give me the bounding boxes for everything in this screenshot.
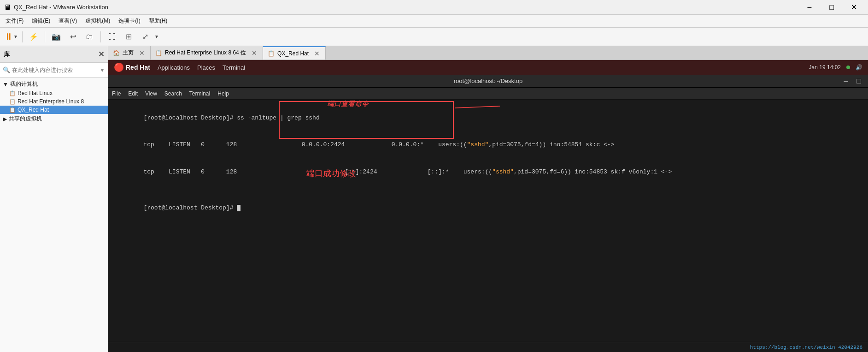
snapshot-take-button[interactable]: 📷 (49, 30, 64, 43)
toolbar-separator-1 (22, 31, 23, 42)
menu-file[interactable]: 文件(F) (2, 16, 27, 26)
menu-help[interactable]: 帮助(H) (145, 16, 171, 26)
screen-stretch-button[interactable]: ⤢ (138, 30, 152, 43)
unity-button[interactable]: ⊞ (121, 30, 136, 43)
vm-icon-1: 📋 (9, 90, 16, 96)
sidebar-item-shared-vms[interactable]: ▶ 共享的虚拟机 (0, 114, 108, 124)
menu-edit[interactable]: 编辑(E) (28, 16, 54, 26)
search-icon: 🔍 (3, 66, 10, 73)
sshd-highlight-1: "sshd" (467, 141, 489, 148)
output-2a: tcp LISTEN 0 128 0.0.0.0:2424 0.0.0.0:* … (143, 141, 467, 148)
tab-home-label: 主页 (123, 49, 134, 57)
rhel-topbar-right: Jan 19 14:02 🔊 (809, 64, 862, 71)
sidebar-item-red-hat-linux[interactable]: 📋 Red Hat Linux (0, 89, 108, 97)
rhel-logo-text: Red Hat (126, 64, 150, 71)
terminal-title-bar: root@localhost:~/Desktop – □ (108, 75, 868, 88)
sidebar-search[interactable]: 🔍 ▼ (0, 63, 108, 78)
terminal-menu-search[interactable]: Search (164, 90, 182, 97)
terminal-line-empty (115, 185, 862, 195)
title-bar-text: QX_Red Hat - VMware Workstation (14, 4, 799, 11)
vm-icon-3: 📋 (9, 107, 16, 113)
search-input[interactable] (12, 67, 98, 73)
redhat-icon: 🔴 (114, 62, 124, 72)
tab-rhel8[interactable]: 📋 Red Hat Enterprise Linux 8 64 位 ✕ (151, 46, 263, 60)
expand-icon: ▼ (3, 81, 8, 88)
sidebar-tree: ▼ 我的计算机 📋 Red Hat Linux 📋 Red Hat Enterp… (0, 78, 108, 352)
terminal-menu-help[interactable]: Help (217, 90, 229, 97)
rhel-topbar: 🔴 Red Hat Applications Places Terminal J… (108, 60, 868, 75)
terminal-window-controls: – □ (840, 76, 864, 87)
terminal-minimize-button[interactable]: – (840, 76, 851, 87)
nav-applications[interactable]: Applications (158, 64, 190, 71)
terminal-menu-terminal[interactable]: Terminal (189, 90, 210, 97)
title-bar: 🖥 QX_Red Hat - VMware Workstation – □ ✕ (0, 0, 868, 15)
fullscreen-button[interactable]: ⛶ (105, 30, 119, 43)
menu-view[interactable]: 查看(V) (55, 16, 81, 26)
terminal-menu-file[interactable]: File (112, 90, 121, 97)
terminal-menu-view[interactable]: View (145, 90, 157, 97)
output-3b: ,pid=3075,fd=6)) ino:54853 sk:f v6only:1… (514, 168, 672, 175)
sidebar-item-my-computers[interactable]: ▼ 我的计算机 (0, 79, 108, 89)
title-bar-controls: – □ ✕ (799, 0, 864, 15)
nav-terminal[interactable]: Terminal (223, 64, 245, 71)
vm-area: 🏠 主页 ✕ 📋 Red Hat Enterprise Linux 8 64 位… (108, 46, 868, 352)
terminal-line-1: [root@localhost Desktop]# ss -anltupe | … (115, 104, 862, 131)
terminal-menu-edit[interactable]: Edit (128, 90, 138, 97)
sidebar-item-rhel8[interactable]: 📋 Red Hat Enterprise Linux 8 (0, 97, 108, 106)
sidebar-item-qx-redhat[interactable]: 📋 QX_Red Hat (0, 106, 108, 114)
command-1: ss -anltupe | grep sshd (237, 114, 319, 121)
volume-icon: 🔊 (856, 64, 862, 71)
toolbar-separator-3 (100, 31, 101, 42)
menu-bar: 文件(F) 编辑(E) 查看(V) 虚拟机(M) 选项卡(I) 帮助(H) (0, 15, 868, 28)
maximize-button[interactable]: □ (821, 0, 842, 15)
snapshot-manager-button[interactable]: 🗂 (82, 30, 97, 43)
close-button[interactable]: ✕ (843, 0, 864, 15)
sidebar-header: 库 ✕ (0, 46, 108, 63)
terminal-title-text: root@localhost:~/Desktop (454, 78, 522, 84)
terminal-line-4: [root@localhost Desktop]# (115, 194, 862, 221)
status-bar: https://blog.csdn.net/weixin_42042926 (108, 342, 868, 352)
menu-tab[interactable]: 选项卡(I) (115, 16, 144, 26)
prompt-1: [root@localhost Desktop]# (143, 114, 237, 121)
terminal-menubar: File Edit View Search Terminal Help (108, 88, 868, 100)
vm-icon-2: 📋 (9, 99, 16, 105)
terminal-line-3: tcp LISTEN 0 128 [::]:2424 [::]:* users:… (115, 158, 862, 185)
search-dropdown-icon[interactable]: ▼ (100, 67, 105, 73)
snapshot-revert-button[interactable]: ↩ (65, 30, 80, 43)
output-2b: ,pid=3075,fd=4)) ino:54851 sk:c <-> (488, 141, 614, 148)
toolbar: ⏸ ▼ ⚡ 📷 ↩ 🗂 ⛶ ⊞ ⤢ ▼ (0, 28, 868, 46)
datetime-label: Jan 19 14:02 (809, 64, 841, 71)
tab-home[interactable]: 🏠 主页 ✕ (108, 46, 151, 60)
sidebar: 库 ✕ 🔍 ▼ ▼ 我的计算机 📋 Red Hat Linux 📋 Red Ha… (0, 46, 108, 352)
rhel8-tab-icon: 📋 (155, 50, 162, 56)
pause-button[interactable]: ⏸ ▼ (4, 30, 18, 43)
sidebar-label-red-hat-linux: Red Hat Linux (18, 90, 53, 96)
title-bar-icon: 🖥 (4, 3, 11, 12)
sidebar-close-button[interactable]: ✕ (98, 50, 104, 59)
tab-rhel8-close[interactable]: ✕ (251, 49, 258, 57)
main-layout: 库 ✕ 🔍 ▼ ▼ 我的计算机 📋 Red Hat Linux 📋 Red Ha… (0, 46, 868, 352)
terminal-content[interactable]: [root@localhost Desktop]# ss -anltupe | … (108, 100, 868, 352)
tab-home-close[interactable]: ✕ (138, 49, 146, 57)
tab-qx-redhat[interactable]: 📋 QX_Red Hat ✕ (263, 46, 326, 60)
sidebar-label-rhel8: Red Hat Enterprise Linux 8 (18, 98, 84, 105)
dropdown-arrow: ▼ (13, 34, 18, 39)
output-3a: tcp LISTEN 0 128 [::]:2424 [::]:* users:… (143, 168, 492, 175)
tab-bar: 🏠 主页 ✕ 📋 Red Hat Enterprise Linux 8 64 位… (108, 46, 868, 60)
qx-tab-icon: 📋 (268, 50, 275, 57)
prompt-2: [root@localhost Desktop]# (143, 204, 237, 211)
menu-vm[interactable]: 虚拟机(M) (82, 16, 114, 26)
home-icon: 🏠 (113, 50, 120, 56)
terminal-maximize-button[interactable]: □ (853, 76, 864, 87)
pause-icon: ⏸ (4, 31, 13, 42)
minimize-button[interactable]: – (799, 0, 820, 15)
toolbar-dropdown[interactable]: ▼ (154, 34, 159, 39)
cursor (237, 205, 240, 211)
nav-places[interactable]: Places (197, 64, 215, 71)
status-dot (846, 66, 850, 69)
tab-qx-close[interactable]: ✕ (313, 50, 321, 57)
url-label: https://blog.csdn.net/weixin_42042926 (750, 345, 862, 350)
tab-qx-label: QX_Red Hat (277, 50, 309, 57)
sidebar-title: 库 (4, 50, 10, 59)
usb-connect-button[interactable]: ⚡ (26, 30, 41, 43)
